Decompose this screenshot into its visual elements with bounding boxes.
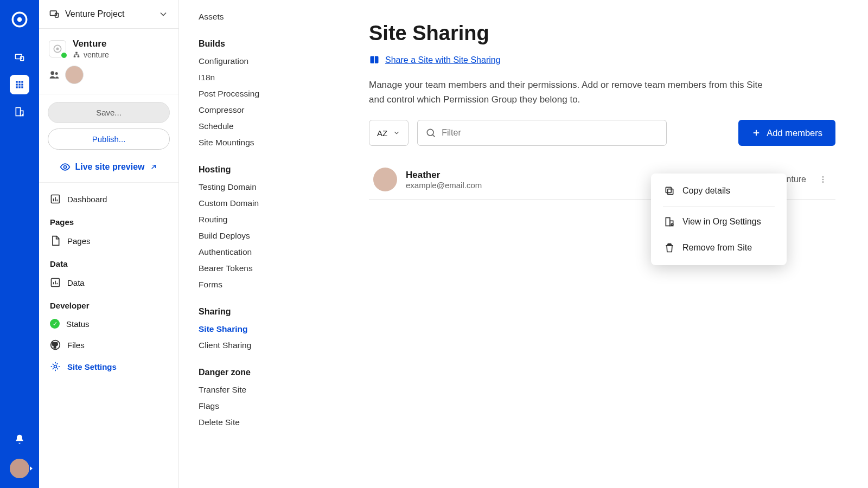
settings-item-forms[interactable]: Forms <box>199 277 337 293</box>
settings-item-routing[interactable]: Routing <box>199 211 337 228</box>
rail-bell-icon[interactable] <box>10 429 29 449</box>
trash-icon <box>664 242 675 253</box>
svg-rect-7 <box>16 84 17 85</box>
settings-group-danger: Danger zone <box>199 368 337 377</box>
sidebar-section-developer: Developer <box>42 293 175 313</box>
sidebar-item-site-settings[interactable]: Site Settings <box>42 356 175 377</box>
svg-line-34 <box>433 135 435 137</box>
rail-building-icon[interactable] <box>10 102 29 121</box>
svg-point-24 <box>55 72 58 75</box>
external-link-icon <box>149 163 158 171</box>
svg-point-25 <box>64 166 67 169</box>
svg-rect-27 <box>53 198 54 201</box>
laptop-icon <box>49 9 60 20</box>
svg-rect-10 <box>16 86 17 88</box>
settings-item-authentication[interactable]: Authentication <box>199 244 337 260</box>
svg-rect-42 <box>668 189 673 195</box>
sidebar-section-pages: Pages <box>42 210 175 230</box>
svg-rect-43 <box>666 187 671 192</box>
svg-point-19 <box>56 48 58 49</box>
settings-item-flags[interactable]: Flags <box>199 398 337 414</box>
org-title: Venture <box>73 38 109 49</box>
settings-group-builds: Builds <box>199 39 337 49</box>
svg-rect-44 <box>666 218 670 226</box>
member-more-button[interactable] <box>815 171 831 188</box>
member-actions-popover: Copy details View in Org Settings Remove… <box>651 174 787 265</box>
add-members-button[interactable]: Add members <box>738 120 835 146</box>
rail-apps-icon[interactable] <box>10 75 29 94</box>
app-logo-icon <box>10 10 29 29</box>
sidebar-item-dashboard[interactable]: Dashboard <box>42 188 175 210</box>
team-member-avatar[interactable] <box>65 66 84 84</box>
popover-remove-from-site[interactable]: Remove from Site <box>651 235 787 261</box>
page-description: Manage your team members and their permi… <box>369 78 770 107</box>
popover-copy-details[interactable]: Copy details <box>651 178 787 204</box>
member-email: example@email.com <box>406 181 482 190</box>
settings-item-testing-domain[interactable]: Testing Domain <box>199 179 337 195</box>
svg-rect-5 <box>18 81 20 82</box>
svg-point-15 <box>22 114 23 115</box>
chevron-down-icon <box>158 9 169 20</box>
sidebar-item-files[interactable]: Files <box>42 334 175 356</box>
more-vertical-icon <box>819 175 827 184</box>
gear-icon <box>50 361 61 372</box>
svg-rect-12 <box>21 86 23 88</box>
settings-item-post-processing[interactable]: Post Processing <box>199 86 337 102</box>
rail-devices-icon[interactable] <box>10 48 29 67</box>
settings-item-custom-domain[interactable]: Custom Domain <box>199 195 337 211</box>
settings-item-build-deploys[interactable]: Build Deploys <box>199 228 337 244</box>
book-icon <box>369 55 380 66</box>
sidebar-item-pages[interactable]: Pages <box>42 230 175 252</box>
sidebar-item-status[interactable]: ✓ Status <box>42 313 175 334</box>
svg-rect-28 <box>55 197 56 202</box>
doc-link[interactable]: Share a Site with Site Sharing <box>385 55 501 65</box>
filter-input[interactable] <box>442 128 659 138</box>
copy-icon <box>664 185 675 196</box>
org-slug: venture <box>84 50 109 59</box>
settings-item-transfer-site[interactable]: Transfer Site <box>199 382 337 398</box>
plus-icon <box>751 128 761 138</box>
github-icon <box>50 339 61 350</box>
svg-rect-8 <box>18 84 20 85</box>
member-avatar <box>373 168 397 191</box>
svg-rect-20 <box>75 52 78 54</box>
project-name: Venture Project <box>65 9 124 19</box>
svg-point-33 <box>427 130 434 136</box>
rail-user-avatar[interactable] <box>10 459 29 478</box>
svg-rect-4 <box>16 81 17 82</box>
svg-point-1 <box>17 17 22 22</box>
project-switcher[interactable]: Venture Project <box>39 0 178 29</box>
settings-item-configuration[interactable]: Configuration <box>199 53 337 69</box>
svg-point-40 <box>822 179 824 181</box>
settings-group-hosting: Hosting <box>199 165 337 175</box>
live-preview-link[interactable]: Live site preview <box>39 155 178 183</box>
settings-item-client-sharing[interactable]: Client Sharing <box>199 337 337 354</box>
sidebar-item-data[interactable]: Data <box>42 272 175 293</box>
settings-item-site-mountings[interactable]: Site Mountings <box>199 134 337 151</box>
settings-item-schedule[interactable]: Schedule <box>199 118 337 134</box>
search-icon <box>425 127 436 138</box>
svg-point-23 <box>50 71 54 75</box>
svg-point-32 <box>54 365 57 368</box>
settings-item-compressor[interactable]: Compressor <box>199 102 337 118</box>
filter-input-wrapper[interactable] <box>417 120 667 146</box>
svg-rect-6 <box>21 81 23 82</box>
building-gear-icon <box>664 216 675 227</box>
popover-view-org-settings[interactable]: View in Org Settings <box>651 209 787 235</box>
svg-rect-9 <box>21 84 23 85</box>
settings-group-sharing: Sharing <box>199 307 337 317</box>
save-button[interactable]: Save... <box>48 102 170 123</box>
dashboard-icon <box>50 194 61 204</box>
settings-item-site-sharing[interactable]: Site Sharing <box>199 321 337 337</box>
settings-item-i18n[interactable]: I18n <box>199 69 337 86</box>
sort-button[interactable]: AZ <box>369 120 409 146</box>
chart-icon <box>50 277 61 288</box>
svg-point-46 <box>671 223 673 225</box>
settings-item-assets[interactable]: Assets <box>199 9 337 25</box>
svg-point-41 <box>822 182 824 183</box>
svg-point-39 <box>822 176 824 178</box>
org-logo-badge <box>49 40 66 57</box>
settings-item-delete-site[interactable]: Delete Site <box>199 414 337 431</box>
settings-item-bearer-tokens[interactable]: Bearer Tokens <box>199 260 337 277</box>
publish-button[interactable]: Publish... <box>48 129 170 150</box>
